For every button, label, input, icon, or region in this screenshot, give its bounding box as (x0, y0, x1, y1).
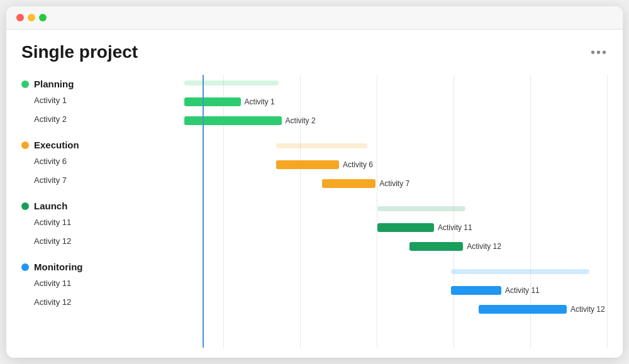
planning-act2-row[interactable]: Activity 2 (147, 111, 608, 130)
minimize-button[interactable] (28, 14, 35, 21)
monitoring-act12-label: Activity 12 (21, 292, 147, 311)
monitoring-act12-bar-label: Activity 12 (571, 305, 605, 314)
gantt-chart: Planning Activity 1 Activity 2 Execution… (21, 75, 608, 348)
monitoring-act11-bar-label: Activity 11 (505, 286, 540, 295)
monitoring-act11-label: Activity 11 (21, 273, 147, 292)
launch-act11-row[interactable]: Activity 11 (147, 218, 608, 237)
planning-act2-bar-label: Activity 2 (286, 116, 316, 125)
planning-act1-row[interactable]: Activity 1 (147, 92, 608, 111)
planning-act2-bar (184, 116, 282, 125)
planning-act1-label: Activity 1 (21, 91, 147, 109)
launch-dot (21, 202, 29, 210)
monitoring-act12-bar (479, 305, 567, 314)
today-line (203, 75, 204, 348)
launch-summary-row (147, 201, 608, 218)
planning-label: Planning (34, 79, 74, 89)
execution-dot (21, 141, 29, 149)
execution-act6-label: Activity 6 (21, 152, 147, 170)
bars-area: Activity 1 Activity 2 (147, 75, 608, 348)
group-planning-header: Planning (21, 75, 147, 91)
execution-act7-label: Activity 7 (21, 170, 147, 189)
monitoring-dot (21, 263, 29, 271)
launch-label: Launch (34, 201, 67, 211)
execution-label: Execution (34, 140, 79, 150)
monitoring-summary-bar (451, 269, 589, 274)
planning-act2-label: Activity 2 (21, 109, 147, 128)
close-button[interactable] (16, 14, 24, 21)
page-header: Single project ••• (21, 42, 608, 62)
launch-act11-label: Activity 11 (21, 212, 147, 231)
launch-act12-row[interactable]: Activity 12 (147, 237, 608, 256)
execution-act6-bar-label: Activity 6 (343, 160, 373, 169)
planning-dot (21, 80, 29, 88)
monitoring-act11-bar (451, 286, 501, 295)
launch-act12-bar (409, 242, 463, 251)
group-monitoring-header: Monitoring (21, 258, 147, 273)
launch-act11-bar (377, 223, 434, 232)
main-content: Single project ••• Planning Activity 1 A… (6, 30, 623, 358)
monitoring-label: Monitoring (34, 262, 82, 272)
traffic-lights (16, 14, 47, 21)
monitoring-act12-row[interactable]: Activity 12 (147, 300, 608, 319)
maximize-button[interactable] (39, 14, 47, 21)
execution-act7-bar-label: Activity 7 (379, 179, 409, 188)
titlebar (6, 6, 623, 30)
execution-act6-row[interactable]: Activity 6 (147, 155, 608, 174)
launch-act11-bar-label: Activity 11 (438, 223, 472, 232)
gantt-right-panel: Activity 1 Activity 2 (147, 75, 608, 348)
execution-act7-row[interactable]: Activity 7 (147, 174, 608, 193)
execution-act6-bar (276, 160, 339, 169)
planning-act1-bar (184, 97, 241, 106)
execution-act7-bar (322, 179, 376, 188)
launch-act12-bar-label: Activity 12 (467, 242, 501, 251)
execution-summary-row (147, 138, 608, 155)
group-execution-header: Execution (21, 136, 147, 152)
page-title: Single project (21, 42, 138, 62)
execution-summary-bar (276, 143, 367, 148)
planning-summary-row (147, 75, 608, 92)
group-launch-header: Launch (21, 197, 147, 212)
launch-act12-label: Activity 12 (21, 231, 147, 250)
monitoring-summary-row (147, 263, 608, 281)
monitoring-act11-row[interactable]: Activity 11 (147, 281, 608, 300)
planning-summary-bar (184, 80, 279, 85)
more-menu-button[interactable]: ••• (591, 45, 608, 60)
planning-act1-bar-label: Activity 1 (245, 97, 275, 106)
gantt-left-panel: Planning Activity 1 Activity 2 Execution… (21, 75, 147, 348)
launch-summary-bar (377, 206, 465, 211)
app-window: Single project ••• Planning Activity 1 A… (6, 6, 623, 358)
